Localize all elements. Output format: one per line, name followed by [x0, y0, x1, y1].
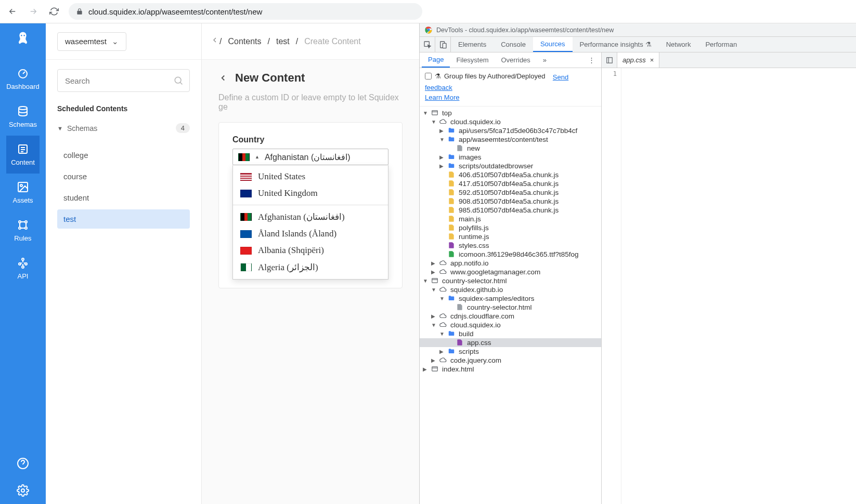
sources-subtab-filesystem[interactable]: Filesystem	[450, 52, 495, 68]
app-name: waseemtest	[65, 37, 107, 46]
devtools-tab-performance-insights[interactable]: Performance insights ⚗	[573, 37, 659, 52]
country-option[interactable]: United Kingdom	[233, 185, 388, 202]
file-icon	[448, 189, 456, 196]
tree-node[interactable]: runtime.js	[420, 232, 601, 241]
tree-node[interactable]: ▶index.html	[420, 365, 601, 374]
disclosure-icon: ▼	[431, 322, 436, 328]
back-button[interactable]	[6, 5, 19, 18]
tree-node[interactable]: 592.d510f507dbf4ea5a.chunk.js	[420, 188, 601, 197]
disclosure-icon: ▼	[423, 110, 428, 116]
country-option[interactable]: Albania (Shqipëri)	[233, 242, 388, 259]
schema-item-college[interactable]: college	[57, 145, 190, 165]
tree-node[interactable]: country-selector.html	[420, 303, 601, 312]
tree-node[interactable]: ▼cloud.squidex.io	[420, 321, 601, 329]
devtools-tab-console[interactable]: Console	[494, 37, 533, 52]
tree-node[interactable]: ▶cdnjs.cloudflare.com	[420, 312, 601, 321]
tree-node[interactable]: 985.d510f507dbf4ea5a.chunk.js	[420, 206, 601, 215]
device-tool[interactable]	[435, 37, 451, 52]
side-panel: waseemtest ⌄ Scheduled Contents ▼ Schema…	[46, 23, 202, 504]
tree-node[interactable]: ▼squidex.github.io	[420, 285, 601, 294]
schema-item-test[interactable]: test	[57, 209, 190, 229]
search-input[interactable]	[57, 69, 190, 92]
nav-api[interactable]: API	[6, 249, 40, 287]
schemas-row[interactable]: ▼ Schemas 4	[57, 120, 190, 136]
sources-subtab-overrides[interactable]: Overrides	[495, 52, 537, 68]
tree-node[interactable]: ▶api/users/5fca71d5de06b3c47c7bb4cf	[420, 126, 601, 135]
tree-node[interactable]: ▼app/waseemtest/content/test	[420, 135, 601, 144]
breadcrumb-contents[interactable]: Contents	[228, 37, 261, 46]
country-option[interactable]: United States	[233, 168, 388, 185]
devtools-tab-performan[interactable]: Performan	[698, 37, 744, 52]
url-bar[interactable]: cloud.squidex.io/app/waseemtest/content/…	[69, 3, 422, 20]
file-icon	[439, 356, 447, 364]
inspect-tool[interactable]	[420, 37, 435, 52]
tree-node[interactable]: ▶scripts	[420, 347, 601, 356]
experiment-icon: ⚗	[645, 41, 652, 48]
browser-toolbar: cloud.squidex.io/app/waseemtest/content/…	[0, 0, 856, 23]
squidex-logo[interactable]	[15, 31, 31, 47]
id-hint: Define a custom ID or leave empty to let…	[202, 90, 419, 119]
file-icon	[448, 180, 456, 188]
tree-node[interactable]: icomoon.3f6129e98d46c365.ttf?t85fog	[420, 250, 601, 259]
tree-menu[interactable]: ⋮	[582, 52, 601, 68]
country-option[interactable]: Algeria (الجزائر)	[233, 259, 388, 276]
sources-subtab-page[interactable]: Page	[422, 52, 450, 68]
tree-node[interactable]: main.js	[420, 215, 601, 223]
breadcrumb-schema[interactable]: test	[276, 37, 290, 46]
tree-node[interactable]: 417.d510f507dbf4ea5a.chunk.js	[420, 179, 601, 188]
nav-dashboard[interactable]: Dashboard	[6, 60, 40, 98]
help-button[interactable]	[0, 450, 46, 477]
nav-schemas[interactable]: Schemas	[6, 98, 40, 136]
settings-button[interactable]	[0, 477, 46, 504]
disclosure-icon: ▼	[439, 137, 445, 142]
triangle-up-icon: ▲	[255, 154, 260, 160]
collapse-panel-button[interactable]	[211, 36, 219, 44]
tree-node[interactable]: ▼top	[420, 109, 601, 117]
tree-node[interactable]: 406.d510f507dbf4ea5a.chunk.js	[420, 170, 601, 179]
file-icon	[431, 277, 439, 285]
tree-node[interactable]: ▶app.notifo.io	[420, 259, 601, 268]
close-icon[interactable]: ×	[650, 56, 654, 64]
disclosure-icon: ▶	[431, 313, 436, 319]
tree-node[interactable]: ▶scripts/outdatedbrowser	[420, 162, 601, 170]
tree-node[interactable]: ▼squidex-samples/editors	[420, 294, 601, 303]
devtools-tab-elements[interactable]: Elements	[451, 37, 494, 52]
nav-content[interactable]: Content	[6, 136, 40, 174]
tree-node[interactable]: polyfills.js	[420, 223, 601, 232]
flag-icon	[238, 153, 250, 161]
tree-node[interactable]: ▶images	[420, 153, 601, 162]
tree-node[interactable]: ▼build	[420, 329, 601, 338]
disclosure-icon: ▶	[431, 269, 436, 275]
show-navigator[interactable]	[602, 52, 617, 68]
tree-node[interactable]: styles.css	[420, 241, 601, 250]
tree-node[interactable]: ▶www.googletagmanager.com	[420, 268, 601, 276]
country-option[interactable]: Afghanistan (افغانستان)	[233, 208, 388, 226]
file-tab-appcss[interactable]: app.css ×	[617, 52, 659, 68]
group-files-checkbox[interactable]: ⚗ Group files by Authored/Deployed	[425, 71, 545, 82]
learn-more-link[interactable]: Learn More	[425, 94, 459, 101]
country-select[interactable]: ▲ Afghanistan (افغانستان)	[232, 149, 388, 165]
devtools-tab-sources[interactable]: Sources	[533, 37, 573, 52]
tree-node[interactable]: ▼cloud.squidex.io	[420, 117, 601, 126]
disclosure-icon: ▼	[431, 119, 436, 125]
nav-rules[interactable]: Rules	[6, 211, 40, 249]
more-subtabs[interactable]: »	[537, 52, 553, 68]
country-option[interactable]: Åland Islands (Åland)	[233, 226, 388, 242]
nav-rail: DashboardSchemasContentAssetsRulesAPI	[0, 23, 46, 504]
app-selector[interactable]: waseemtest ⌄	[57, 32, 126, 51]
svg-rect-21	[432, 111, 438, 115]
forward-button[interactable]	[27, 5, 40, 18]
tree-node[interactable]: ▼country-selector.html	[420, 276, 601, 285]
tree-node[interactable]: ▶code.jquery.com	[420, 356, 601, 365]
code-editor[interactable]: 1	[602, 68, 856, 504]
schema-item-course[interactable]: course	[57, 167, 190, 186]
field-label-country: Country	[232, 135, 388, 144]
back-icon[interactable]	[218, 73, 228, 83]
tree-node[interactable]: new	[420, 144, 601, 153]
tree-node[interactable]: app.css	[420, 338, 601, 347]
tree-node[interactable]: 908.d510f507dbf4ea5a.chunk.js	[420, 197, 601, 206]
schema-item-student[interactable]: student	[57, 188, 190, 207]
devtools-tab-network[interactable]: Network	[659, 37, 698, 52]
reload-button[interactable]	[48, 5, 60, 18]
nav-assets[interactable]: Assets	[6, 174, 40, 211]
